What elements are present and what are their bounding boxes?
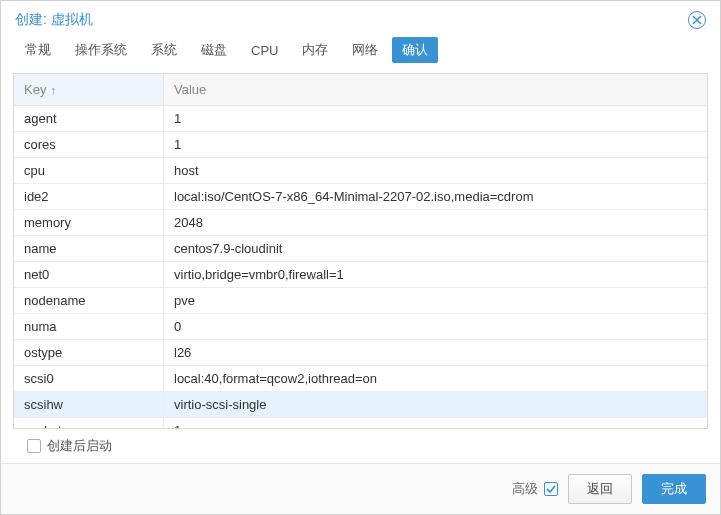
table-row[interactable]: scsihwvirtio-scsi-single bbox=[14, 392, 707, 418]
cell-key: agent bbox=[14, 106, 164, 131]
tab-0[interactable]: 常规 bbox=[15, 37, 61, 63]
advanced-label: 高级 bbox=[512, 480, 538, 498]
table-row[interactable]: nodenamepve bbox=[14, 288, 707, 314]
tab-3[interactable]: 磁盘 bbox=[191, 37, 237, 63]
cell-value: 0 bbox=[164, 314, 707, 339]
cell-key: ostype bbox=[14, 340, 164, 365]
cell-key: scsihw bbox=[14, 392, 164, 417]
back-button[interactable]: 返回 bbox=[568, 474, 632, 504]
dialog-footer: 高级 返回 完成 bbox=[1, 463, 720, 514]
sort-ascending-icon: ↑ bbox=[50, 84, 56, 96]
table-row[interactable]: agent1 bbox=[14, 106, 707, 132]
column-label: Key bbox=[24, 82, 46, 97]
tab-4[interactable]: CPU bbox=[241, 39, 288, 62]
cell-key: cores bbox=[14, 132, 164, 157]
tab-2[interactable]: 系统 bbox=[141, 37, 187, 63]
cell-value: host bbox=[164, 158, 707, 183]
dialog-titlebar: 创建: 虚拟机 bbox=[1, 1, 720, 37]
table-row[interactable]: scsi0local:40,format=qcow2,iothread=on bbox=[14, 366, 707, 392]
dialog-content: Key ↑ Value agent1cores1cpuhostide2local… bbox=[1, 73, 720, 463]
cell-value: 1 bbox=[164, 106, 707, 131]
table-row[interactable]: cores1 bbox=[14, 132, 707, 158]
cell-value: virtio-scsi-single bbox=[164, 392, 707, 417]
tab-7[interactable]: 确认 bbox=[392, 37, 438, 63]
close-icon bbox=[692, 15, 702, 25]
close-button[interactable] bbox=[688, 11, 706, 29]
advanced-checkbox[interactable] bbox=[544, 482, 558, 496]
cell-key: memory bbox=[14, 210, 164, 235]
cell-value: local:iso/CentOS-7-x86_64-Minimal-2207-0… bbox=[164, 184, 707, 209]
dialog-title: 创建: 虚拟机 bbox=[15, 11, 93, 29]
cell-key: scsi0 bbox=[14, 366, 164, 391]
tab-6[interactable]: 网络 bbox=[342, 37, 388, 63]
cell-value: local:40,format=qcow2,iothread=on bbox=[164, 366, 707, 391]
summary-table: Key ↑ Value agent1cores1cpuhostide2local… bbox=[13, 73, 708, 429]
table-row[interactable]: numa0 bbox=[14, 314, 707, 340]
wizard-tabs: 常规操作系统系统磁盘CPU内存网络确认 bbox=[1, 37, 720, 73]
table-row[interactable]: sockets1 bbox=[14, 418, 707, 428]
create-vm-dialog: 创建: 虚拟机 常规操作系统系统磁盘CPU内存网络确认 Key ↑ Value … bbox=[0, 0, 721, 515]
start-after-row: 创建后启动 bbox=[13, 429, 708, 463]
table-row[interactable]: ide2local:iso/CentOS-7-x86_64-Minimal-22… bbox=[14, 184, 707, 210]
cell-value: virtio,bridge=vmbr0,firewall=1 bbox=[164, 262, 707, 287]
cell-key: ide2 bbox=[14, 184, 164, 209]
start-after-label: 创建后启动 bbox=[47, 437, 112, 455]
finish-button[interactable]: 完成 bbox=[642, 474, 706, 504]
table-row[interactable]: memory2048 bbox=[14, 210, 707, 236]
cell-value: 2048 bbox=[164, 210, 707, 235]
tab-5[interactable]: 内存 bbox=[292, 37, 338, 63]
column-header-key[interactable]: Key ↑ bbox=[14, 74, 164, 105]
cell-key: name bbox=[14, 236, 164, 261]
advanced-toggle: 高级 bbox=[512, 480, 558, 498]
cell-value: centos7.9-cloudinit bbox=[164, 236, 707, 261]
tab-1[interactable]: 操作系统 bbox=[65, 37, 137, 63]
table-row[interactable]: namecentos7.9-cloudinit bbox=[14, 236, 707, 262]
start-after-checkbox[interactable] bbox=[27, 439, 41, 453]
cell-key: net0 bbox=[14, 262, 164, 287]
cell-value: 1 bbox=[164, 418, 707, 428]
table-row[interactable]: cpuhost bbox=[14, 158, 707, 184]
cell-value: l26 bbox=[164, 340, 707, 365]
column-label: Value bbox=[174, 82, 206, 97]
column-header-value[interactable]: Value bbox=[164, 74, 707, 105]
table-row[interactable]: net0virtio,bridge=vmbr0,firewall=1 bbox=[14, 262, 707, 288]
table-header: Key ↑ Value bbox=[14, 74, 707, 106]
cell-key: nodename bbox=[14, 288, 164, 313]
table-body[interactable]: agent1cores1cpuhostide2local:iso/CentOS-… bbox=[14, 106, 707, 428]
cell-value: pve bbox=[164, 288, 707, 313]
cell-key: cpu bbox=[14, 158, 164, 183]
cell-key: numa bbox=[14, 314, 164, 339]
table-row[interactable]: ostypel26 bbox=[14, 340, 707, 366]
cell-key: sockets bbox=[14, 418, 164, 428]
cell-value: 1 bbox=[164, 132, 707, 157]
checkmark-icon bbox=[546, 484, 556, 494]
